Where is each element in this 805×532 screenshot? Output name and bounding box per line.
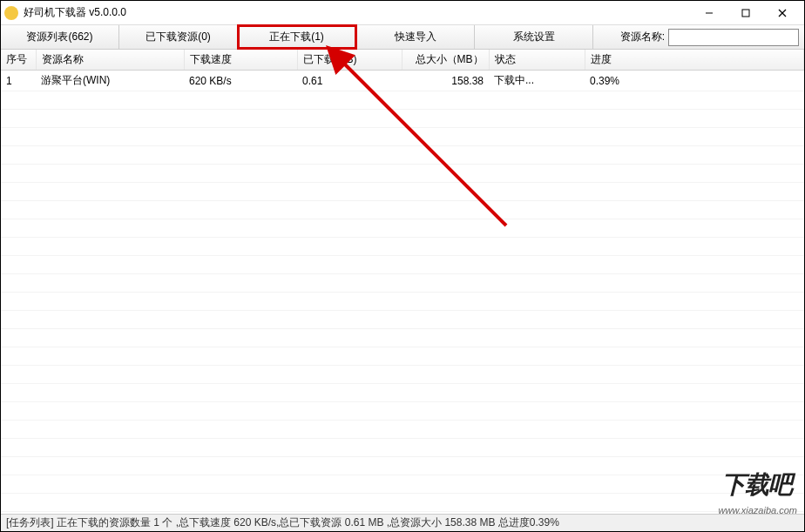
- tab-downloaded[interactable]: 已下载资源(0): [119, 25, 238, 49]
- table-row-empty: [1, 402, 804, 421]
- table-row-empty: [1, 366, 804, 384]
- svg-rect-1: [742, 10, 749, 17]
- table-row-empty: [1, 384, 804, 402]
- cell-name: 游聚平台(WIN): [36, 71, 184, 91]
- search-label: 资源名称:: [620, 30, 665, 44]
- download-table-body: 1游聚平台(WIN)620 KB/s0.61158.38下载中...0.39%: [1, 71, 804, 515]
- table-row-empty: [1, 110, 804, 128]
- col-header-downloaded[interactable]: 已下载(MB): [297, 50, 402, 71]
- toolbar: 资源列表(662) 已下载资源(0) 正在下载(1) 快速导入 系统设置 资源名…: [1, 25, 804, 50]
- download-table-wrap: 序号 资源名称 下载速度 已下载(MB) 总大小（MB） 状态 进度 1游聚平台…: [1, 50, 804, 514]
- table-row-empty: [1, 201, 804, 219]
- maximize-button[interactable]: [727, 2, 764, 24]
- cell-speed: 620 KB/s: [184, 71, 297, 91]
- table-row-empty: [1, 421, 804, 439]
- download-table: 序号 资源名称 下载速度 已下载(MB) 总大小（MB） 状态 进度 1游聚平台…: [1, 50, 804, 514]
- tab-resource-list[interactable]: 资源列表(662): [1, 25, 119, 49]
- table-row-empty: [1, 329, 804, 347]
- titlebar: 好司机下载器 v5.0.0.0: [1, 1, 804, 25]
- table-row-empty: [1, 457, 804, 475]
- cell-status: 下载中...: [489, 71, 585, 91]
- cell-seq: 1: [1, 71, 36, 91]
- table-row-empty: [1, 256, 804, 274]
- table-row-empty: [1, 311, 804, 329]
- search-input[interactable]: [668, 29, 799, 46]
- table-row-empty: [1, 274, 804, 293]
- tab-quick-import[interactable]: 快速导入: [356, 25, 475, 49]
- statusbar: [任务列表] 正在下载的资源数量 1 个 ,总下载速度 620 KB/s,总已下…: [1, 514, 804, 531]
- table-row-empty: [1, 238, 804, 256]
- cell-progress: 0.39%: [585, 71, 804, 91]
- cell-total: 158.38: [402, 71, 489, 91]
- col-header-progress[interactable]: 进度: [585, 50, 804, 71]
- table-row-empty: [1, 183, 804, 201]
- col-header-seq[interactable]: 序号: [1, 50, 36, 71]
- tab-system-settings[interactable]: 系统设置: [475, 25, 593, 49]
- table-row-empty: [1, 475, 804, 494]
- app-icon: [4, 6, 18, 20]
- table-row-empty: [1, 146, 804, 165]
- table-row-empty: [1, 91, 804, 110]
- tab-downloading[interactable]: 正在下载(1): [238, 25, 356, 49]
- close-button[interactable]: [764, 2, 801, 24]
- window-title: 好司机下载器 v5.0.0.0: [24, 5, 126, 20]
- table-row-empty: [1, 347, 804, 366]
- minimize-button[interactable]: [691, 2, 727, 24]
- search-area: 资源名称:: [615, 25, 804, 49]
- table-row-empty: [1, 128, 804, 146]
- table-row[interactable]: 1游聚平台(WIN)620 KB/s0.61158.38下载中...0.39%: [1, 71, 804, 91]
- cell-downloaded: 0.61: [297, 71, 402, 91]
- statusbar-text: [任务列表] 正在下载的资源数量 1 个 ,总下载速度 620 KB/s,总已下…: [6, 515, 559, 530]
- col-header-name[interactable]: 资源名称: [36, 50, 184, 71]
- table-row-empty: [1, 165, 804, 183]
- table-row-empty: [1, 293, 804, 311]
- col-header-status[interactable]: 状态: [489, 50, 585, 71]
- table-row-empty: [1, 219, 804, 238]
- col-header-speed[interactable]: 下载速度: [184, 50, 297, 71]
- table-row-empty: [1, 494, 804, 512]
- col-header-total[interactable]: 总大小（MB）: [402, 50, 489, 71]
- table-row-empty: [1, 439, 804, 457]
